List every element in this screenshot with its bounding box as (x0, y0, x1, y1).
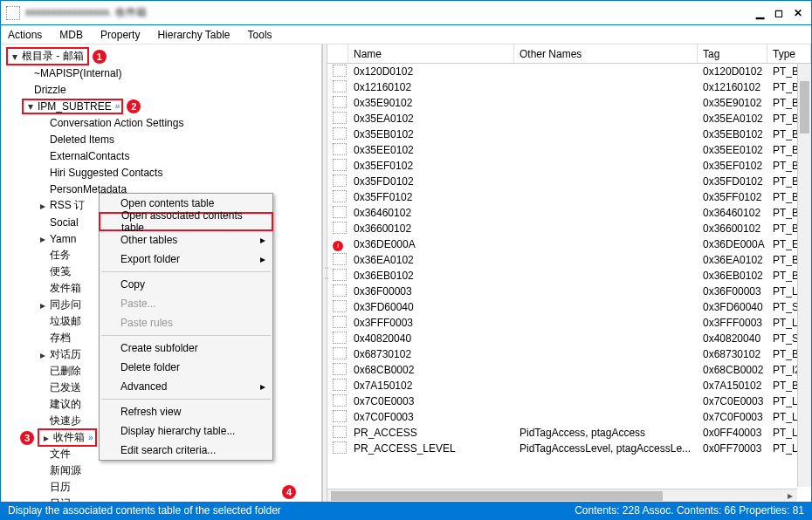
grid-row[interactable]: 0x35EB01020x35EB0102PT_BIN (327, 127, 811, 142)
tree-item[interactable]: ExternalContacts (1, 147, 321, 164)
menu-item[interactable]: Edit search criteria... (100, 441, 272, 460)
col-tag[interactable]: Tag (698, 44, 767, 63)
bin-icon (333, 253, 347, 265)
property-grid: Name Other Names Tag Type 0x120D01020x12… (327, 44, 811, 503)
bin-icon (333, 347, 347, 359)
grid-row[interactable]: 0x35EF01020x35EF0102PT_BIN (327, 158, 811, 174)
lc-icon (333, 284, 347, 297)
menu-item[interactable]: Export folder▸ (100, 250, 272, 269)
grid-row[interactable]: 0x36EA01020x36EA0102PT_BIN (327, 252, 811, 268)
menu-actions[interactable]: Actions (8, 29, 42, 41)
menu-item[interactable]: Other tables▸ (100, 230, 272, 250)
maximize-button[interactable]: ◻ (771, 7, 787, 19)
grid-row[interactable]: 0x36F000030x36F00003PT_LC (327, 284, 811, 299)
close-button[interactable]: ✕ (790, 7, 806, 19)
grid-row[interactable]: 0x3FD600400x3FD60040PT_SY (327, 299, 811, 315)
callout-1: 1 (93, 50, 107, 64)
window-title: xxxxxxxxxxxxxxxx. 收件箱 (25, 5, 752, 20)
tree-item[interactable]: Hiri Suggested Contacts (1, 164, 321, 181)
minimize-button[interactable]: ▁ (752, 7, 767, 19)
bin-icon (333, 269, 347, 281)
bin-icon (333, 96, 347, 108)
bin-icon (333, 190, 347, 202)
menu-item: Paste... (100, 294, 272, 313)
col-name[interactable]: Name (348, 44, 514, 63)
menu-tools[interactable]: Tools (248, 29, 272, 41)
menu-item: Paste rules (100, 313, 272, 332)
menu-bar: Actions MDB Property Hierarchy Table Too… (1, 25, 811, 44)
grid-row[interactable]: 0x7C0F00030x7C0F0003PT_LC (327, 409, 811, 425)
menu-mdb[interactable]: MDB (59, 29, 83, 41)
menu-item[interactable]: Copy (100, 275, 272, 294)
context-menu: Open contents tableOpen associated conte… (99, 193, 273, 461)
scroll-right-icon[interactable]: ▸ (783, 489, 797, 503)
tree-item[interactable]: 新闻源 (1, 462, 321, 479)
grid-row[interactable]: 0x35EE01020x35EE0102PT_BIN (327, 142, 811, 158)
grid-header: Name Other Names Tag Type (327, 44, 811, 64)
bin-icon (333, 143, 347, 155)
status-counts: Contents: 228 Assoc. Contents: 66 Proper… (575, 504, 804, 517)
title-bar: xxxxxxxxxxxxxxxx. 收件箱 ▁ ◻ ✕ (1, 1, 811, 25)
lc-icon (333, 426, 347, 438)
tree-item[interactable]: ▾IPM_SUBTREE»2 (1, 98, 321, 114)
bin-icon (333, 127, 347, 140)
lc-icon (333, 316, 347, 328)
col-type[interactable]: Type (767, 44, 811, 63)
grid-row[interactable]: 0x121601020x12160102PT_BIN (327, 79, 811, 95)
tree-root[interactable]: ▾根目录 - 邮箱 1 (1, 48, 321, 65)
grid-row[interactable]: 0x120D01020x120D0102PT_BIN (327, 64, 811, 79)
err-icon: ! (333, 241, 343, 251)
grid-row[interactable]: 0x364601020x36460102PT_BIN (327, 205, 811, 221)
grid-row[interactable]: 0x366001020x36600102PT_BIN (327, 221, 811, 236)
tree-item[interactable]: Conversation Action Settings (1, 114, 321, 131)
grid-row[interactable]: 0x7C0E00030x7C0E0003PT_LC (327, 393, 811, 409)
menu-item[interactable]: Delete folder (100, 358, 272, 377)
bin-icon (333, 174, 347, 187)
grid-row[interactable]: 0x68CB00020x68CB0002PT_I2 (327, 362, 811, 378)
grid-row[interactable]: 0x687301020x68730102PT_BIN (327, 346, 811, 362)
col-icon[interactable] (327, 44, 348, 63)
grid-row[interactable]: 0x7A1501020x7A150102PT_BIN (327, 378, 811, 393)
status-text: Display the associated contents table of… (8, 504, 281, 517)
col-other-names[interactable]: Other Names (514, 44, 698, 63)
grid-row[interactable]: 0x408200400x40820040PT_SY (327, 331, 811, 346)
grid-row[interactable]: 0x35EA01020x35EA0102PT_BIN (327, 111, 811, 127)
vertical-scrollbar[interactable] (797, 64, 811, 487)
menu-item[interactable]: Advanced▸ (100, 377, 272, 396)
grid-row[interactable]: PR_ACCESS_LEVELPidTagAccessLevel, ptagAc… (327, 441, 811, 456)
tree-item[interactable]: Drizzle (1, 81, 321, 98)
tree-item[interactable]: ~MAPISP(Internal) (1, 65, 321, 81)
bin-icon (333, 65, 347, 77)
menu-item[interactable]: Refresh view (100, 402, 272, 421)
bin-icon (333, 379, 347, 391)
status-bar: Display the associated contents table of… (1, 502, 811, 519)
lc-icon (333, 394, 347, 407)
grid-row[interactable]: 0x36EB01020x36EB0102PT_BIN (327, 268, 811, 284)
menu-property[interactable]: Property (100, 29, 140, 41)
grid-row[interactable]: 0x3FFF00030x3FFF0003PT_LC (327, 315, 811, 331)
bin-icon (333, 222, 347, 234)
grid-row[interactable]: 0x35E901020x35E90102PT_BIN (327, 95, 811, 111)
bin-icon (333, 80, 347, 92)
menu-item[interactable]: Open associated contents table (99, 212, 273, 231)
app-icon (6, 6, 20, 20)
bin-icon (333, 112, 347, 124)
lc-icon (333, 410, 347, 422)
lc-icon (333, 441, 347, 454)
sy-icon (333, 300, 347, 312)
grid-row[interactable]: 0x35FD01020x35FD0102PT_BIN (327, 174, 811, 189)
menu-hierarchy-table[interactable]: Hierarchy Table (157, 29, 230, 41)
menu-item[interactable]: Display hierarchy table... (100, 421, 272, 441)
grid-row[interactable]: !0x36DE000A0x36DE000APT_ER (327, 236, 811, 252)
horizontal-scrollbar[interactable]: ◂ ▸ (327, 489, 797, 503)
menu-item[interactable]: Create subfolder (100, 339, 272, 358)
tree-item[interactable]: 日历 (1, 479, 321, 496)
bin-icon (333, 159, 347, 171)
tree-item[interactable]: Deleted Items (1, 131, 321, 147)
i2-icon (333, 363, 347, 375)
bin-icon (333, 206, 347, 218)
sy-icon (333, 332, 347, 344)
grid-row[interactable]: PR_ACCESSPidTagAccess, ptagAccess0x0FF40… (327, 425, 811, 441)
grid-row[interactable]: 0x35FF01020x35FF0102PT_BIN (327, 189, 811, 205)
